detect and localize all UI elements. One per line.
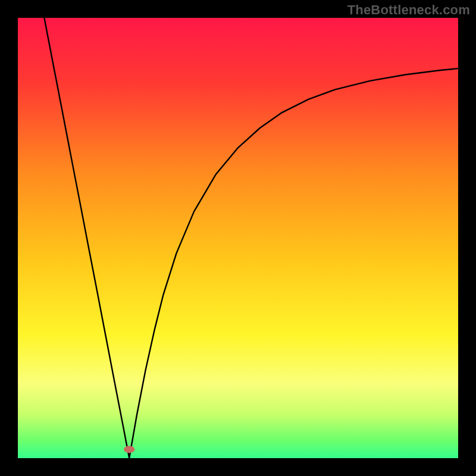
chart-svg: [18, 18, 458, 458]
marker-dot: [124, 446, 134, 453]
watermark-text: TheBottleneck.com: [347, 2, 470, 18]
gradient-background: [18, 18, 458, 458]
chart-frame: TheBottleneck.com: [0, 0, 476, 476]
plot-area: [18, 18, 458, 458]
